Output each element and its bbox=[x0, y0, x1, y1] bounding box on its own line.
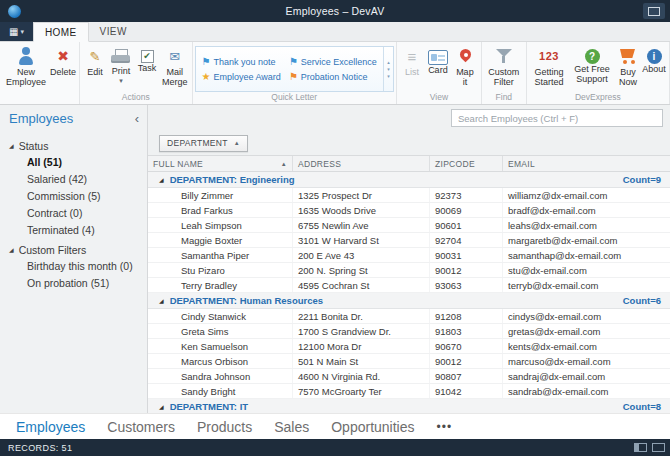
quick-letter-item-service-excellence[interactable]: ⚑Service Excellence bbox=[286, 57, 380, 67]
quick-letter-label: Service Excellence bbox=[301, 57, 377, 67]
filter-item-on-probation-51[interactable]: On probation (51) bbox=[0, 275, 147, 292]
quick-letter-item-probation-notice[interactable]: ⚑Probation Notice bbox=[286, 72, 380, 82]
group-row-department-engineering[interactable]: ◢DEPARTMENT: EngineeringCount=9 bbox=[148, 172, 670, 188]
gallery-up-icon[interactable]: ▴ bbox=[387, 59, 390, 65]
panel-toggle-icon[interactable] bbox=[634, 443, 647, 452]
email-cell: stu@dx-email.com bbox=[503, 263, 670, 277]
tab-view[interactable]: VIEW bbox=[89, 22, 138, 41]
collapse-sidebar-icon[interactable]: ‹ bbox=[135, 112, 139, 125]
new-employee-button[interactable]: New Employee bbox=[3, 45, 49, 88]
gallery-scroll-buttons[interactable]: ▴▾▾ bbox=[383, 47, 393, 91]
filter-item-birthday-this-month-0[interactable]: Birthday this month (0) bbox=[0, 258, 147, 275]
filter-item-terminated-4[interactable]: Terminated (4) bbox=[0, 222, 147, 239]
ribbon-group-employee: New Employee✖Delete bbox=[1, 42, 80, 104]
email-cell: bradf@dx-email.com bbox=[503, 203, 670, 217]
app-menu-button[interactable]: ▦ ▾ bbox=[0, 22, 33, 41]
gallery-down-icon[interactable]: ▾ bbox=[387, 66, 390, 72]
custom-filter-button[interactable]: Custom Filter bbox=[484, 45, 524, 88]
task-button[interactable]: ✔Task bbox=[134, 45, 160, 75]
group-title: DEPARTMENT: Human Resources bbox=[170, 295, 623, 306]
group-row-department-human-resources[interactable]: ◢DEPARTMENT: Human ResourcesCount=6 bbox=[148, 293, 670, 309]
about-icon: i bbox=[647, 49, 662, 64]
employee-row[interactable]: Ken Samuelson12100 Mora Dr90670kents@dx-… bbox=[148, 339, 670, 354]
full-name-cell: Samantha Piper bbox=[148, 248, 293, 262]
full-name-cell: Billy Zimmer bbox=[148, 188, 293, 202]
gallery-more-icon[interactable]: ▾ bbox=[387, 73, 390, 79]
mail-merge-button[interactable]: ✉Mail Merge bbox=[160, 45, 190, 88]
ribbon-group-caption: DevExpress bbox=[529, 92, 667, 104]
address-cell: 200 N. Spring St bbox=[293, 263, 430, 277]
list-button[interactable]: ≡List bbox=[399, 45, 425, 79]
employee-row[interactable]: Billy Zimmer1325 Prospect Dr92373william… bbox=[148, 188, 670, 203]
employee-row[interactable]: Terry Bradley4595 Cochran St93063terryb@… bbox=[148, 278, 670, 293]
column-header-zipcode[interactable]: ZIPCODE bbox=[430, 156, 503, 171]
bottom-tab-employees[interactable]: Employees bbox=[5, 419, 96, 435]
filter-item-commission-5[interactable]: Commission (5) bbox=[0, 188, 147, 205]
employee-row[interactable]: Leah Simpson6755 Newlin Ave90601leahs@dx… bbox=[148, 218, 670, 233]
quick-letter-label: Thank you note bbox=[214, 57, 276, 67]
group-by-chip[interactable]: DEPARTMENT ▲ bbox=[159, 135, 248, 152]
ribbon-button-label: Card bbox=[428, 66, 448, 76]
tab-home[interactable]: HOME bbox=[33, 22, 89, 42]
quick-letter-item-employee-award[interactable]: ★Employee Award bbox=[199, 72, 284, 82]
column-header-address[interactable]: ADDRESS bbox=[293, 156, 430, 171]
card-button[interactable]: Card bbox=[425, 45, 451, 77]
column-header-email[interactable]: EMAIL bbox=[503, 156, 670, 171]
employee-row[interactable]: Sandy Bright7570 McGroarty Ter91042sandr… bbox=[148, 384, 670, 399]
ribbon-group-caption: Quick Letter bbox=[195, 92, 394, 104]
group-expander-icon[interactable]: ◢ bbox=[159, 297, 164, 304]
grid: FULL NAME ▲ ADDRESS ZIPCODE EMAIL ◢DEPAR… bbox=[148, 155, 670, 413]
employee-row[interactable]: Stu Pizaro200 N. Spring St90012stu@dx-em… bbox=[148, 263, 670, 278]
full-name-cell: Terry Bradley bbox=[148, 278, 293, 292]
tree-expander-icon[interactable]: ◢ bbox=[9, 142, 14, 149]
search-input[interactable] bbox=[451, 109, 663, 127]
tree-group-custom-filters[interactable]: ◢Custom Filters bbox=[0, 241, 147, 258]
get-free-support-button[interactable]: ?Get Free Support bbox=[569, 45, 615, 85]
print-button[interactable]: Print▾ bbox=[108, 45, 134, 85]
group-expander-icon[interactable]: ◢ bbox=[159, 403, 164, 410]
buy-now-button[interactable]: Buy Now bbox=[615, 45, 641, 88]
zipcode-cell: 91803 bbox=[430, 324, 503, 338]
employee-row[interactable]: Cindy Stanwick2211 Bonita Dr.91208cindys… bbox=[148, 309, 670, 324]
window-button-icon[interactable] bbox=[643, 3, 665, 19]
delete-button[interactable]: ✖Delete bbox=[49, 45, 77, 79]
bottom-tab-sales[interactable]: Sales bbox=[263, 419, 320, 435]
bottom-tab-products[interactable]: Products bbox=[186, 419, 263, 435]
employee-row[interactable]: Brad Farkus1635 Woods Drive90069bradf@dx… bbox=[148, 203, 670, 218]
employee-row[interactable]: Maggie Boxter3101 W Harvard St92704marga… bbox=[148, 233, 670, 248]
bottom-tab-customers[interactable]: Customers bbox=[96, 419, 186, 435]
ribbon-group-quick-letter: ⚑Thank you note⚑Service Excellence★Emplo… bbox=[193, 42, 397, 104]
about-button[interactable]: iAbout bbox=[641, 45, 667, 76]
group-count: Count=6 bbox=[623, 295, 670, 306]
employee-row[interactable]: Sandra Johnson4600 N Virginia Rd.90807sa… bbox=[148, 369, 670, 384]
email-cell: kents@dx-email.com bbox=[503, 339, 670, 353]
filter-item-all-51[interactable]: All (51) bbox=[0, 154, 147, 171]
edit-button[interactable]: ✎Edit bbox=[82, 45, 108, 79]
address-cell: 1700 S Grandview Dr. bbox=[293, 324, 430, 338]
tree-expander-icon[interactable]: ◢ bbox=[9, 246, 14, 253]
getting-started-button[interactable]: 123Getting Started bbox=[529, 45, 569, 88]
tree-group-status[interactable]: ◢Status bbox=[0, 137, 147, 154]
employee-row[interactable]: Samantha Piper200 E Ave 4390031samanthap… bbox=[148, 248, 670, 263]
layout-toggle-icon[interactable] bbox=[652, 443, 665, 452]
group-expander-icon[interactable]: ◢ bbox=[159, 176, 164, 183]
column-header-full-name[interactable]: FULL NAME ▲ bbox=[148, 156, 293, 171]
group-count: Count=9 bbox=[623, 174, 670, 185]
group-row-department-it[interactable]: ◢DEPARTMENT: ITCount=8 bbox=[148, 399, 670, 413]
bottom-tab-opportunities[interactable]: Opportunities bbox=[320, 419, 425, 435]
employee-row[interactable]: Greta Sims1700 S Grandview Dr.91803greta… bbox=[148, 324, 670, 339]
group-title: DEPARTMENT: IT bbox=[170, 401, 623, 412]
filter-funnel-icon bbox=[492, 46, 516, 67]
tree-group-label: Status bbox=[19, 140, 49, 152]
zipcode-cell: 92373 bbox=[430, 188, 503, 202]
filter-item-salaried-42[interactable]: Salaried (42) bbox=[0, 171, 147, 188]
employee-row[interactable]: Marcus Orbison501 N Main St90012marcuso@… bbox=[148, 354, 670, 369]
email-cell: margaretb@dx-email.com bbox=[503, 233, 670, 247]
quick-letter-item-thank-you-note[interactable]: ⚑Thank you note bbox=[199, 57, 284, 67]
full-name-cell: Sandra Johnson bbox=[148, 369, 293, 383]
bottom-tab-more[interactable]: ••• bbox=[426, 420, 464, 434]
sort-asc-icon: ▲ bbox=[234, 140, 240, 146]
dropdown-caret-icon: ▾ bbox=[119, 77, 123, 84]
map-it-button[interactable]: Map it bbox=[451, 45, 479, 88]
filter-item-contract-0[interactable]: Contract (0) bbox=[0, 205, 147, 222]
